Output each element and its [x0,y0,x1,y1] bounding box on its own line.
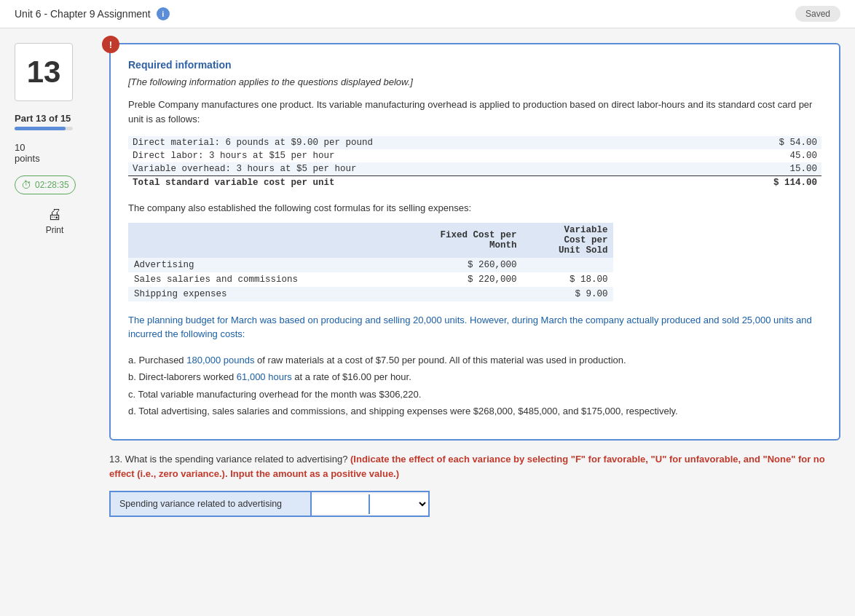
cost-item-b: b. Direct-laborers worked 61,000 hours a… [128,368,821,386]
progress-bar-container [15,127,73,130]
cost-item-a: a. Purchased 180,000 pounds of raw mater… [128,352,821,369]
selling-fixed-2: $ 220,000 [390,272,522,287]
cost-items-list: a. Purchased 180,000 pounds of raw mater… [128,352,821,420]
cost-row-3: Variable overhead: 3 hours at $5 per hou… [128,162,821,176]
cost-value-1: $ 54.00 [690,136,821,149]
cost-row-1: Direct material: 6 pounds at $9.00 per p… [128,136,821,149]
selling-row-salaries: Sales salaries and commissions $ 220,000… [128,272,613,287]
print-label: Print [46,225,64,235]
answer-row: Spending variance related to advertising… [109,491,430,517]
selling-table: Fixed Cost perMonth VariableCost perUnit… [128,223,613,301]
intro-paragraph: Preble Company manufactures one product.… [128,98,821,126]
selling-table-header-row: Fixed Cost perMonth VariableCost perUnit… [128,223,613,258]
cost-label-3: Variable overhead: 3 hours at $5 per hou… [128,162,690,176]
print-icon: 🖨 [47,206,62,223]
selling-col-variable: VariableCost perUnit Sold [522,223,613,258]
cost-value-2: 45.00 [690,149,821,162]
selling-row-shipping: Shipping expenses $ 9.00 [128,287,613,301]
cost-table: Direct material: 6 pounds at $9.00 per p… [128,136,821,189]
answer-label: Spending variance related to advertising [111,492,312,516]
italic-note: [The following information applies to th… [128,76,821,87]
print-button[interactable]: 🖨 Print [15,206,95,235]
selling-name-1: Advertising [128,258,390,272]
timer-value: 02:28:35 [35,180,69,190]
points-value: 10 [15,142,95,153]
page-title: Unit 6 - Chapter 9 Assignment [15,8,151,20]
selling-fixed-1: $ 260,000 [390,258,522,272]
selling-col-name [128,223,390,258]
points-section: 10 points [15,142,95,164]
main-layout: 13 Part 13 of 15 10 points ⏱ 02:28:35 🖨 … [0,28,855,612]
selling-variable-2: $ 18.00 [522,272,613,287]
selling-fixed-3 [390,287,522,301]
cost-row-2: Direct labor: 3 hours at $15 per hour 45… [128,149,821,162]
saved-badge: Saved [795,6,840,22]
content-area: ! Required information [The following in… [109,43,840,597]
cost-item-d: d. Total advertising, sales salaries and… [128,403,821,420]
planning-paragraph: The planning budget for March was based … [128,313,821,341]
progress-bar-fill [15,127,66,130]
cost-total-label: Total standard variable cost per unit [128,176,690,190]
question-number: 13 [27,55,61,90]
left-sidebar: 13 Part 13 of 15 10 points ⏱ 02:28:35 🖨 … [15,43,95,597]
page-header: Unit 6 - Chapter 9 Assignment i Saved [0,0,855,28]
cost-label-1: Direct material: 6 pounds at $9.00 per p… [128,136,690,149]
info-icon[interactable]: i [157,7,170,20]
cost-label-2: Direct labor: 3 hours at $15 per hour [128,149,690,162]
header-title-area: Unit 6 - Chapter 9 Assignment i [15,7,170,20]
part-label: Part 13 of 15 [15,113,95,124]
cost-value-3: 15.00 [690,162,821,176]
question-number-box: 13 [15,43,73,101]
answer-amount-input[interactable] [312,494,370,514]
selling-variable-1 [522,258,613,272]
selling-col-fixed: Fixed Cost perMonth [390,223,522,258]
selling-variable-3: $ 9.00 [522,287,613,301]
selling-expenses-intro: The company also established the followi… [128,201,821,216]
cost-item-c: c. Total variable manufacturing overhead… [128,386,821,403]
timer-box: ⏱ 02:28:35 [15,175,76,194]
timer-icon: ⏱ [21,179,31,191]
required-info-title: Required information [128,59,821,71]
answer-effect-select[interactable]: F U None [370,494,428,515]
points-label: points [15,153,95,164]
part-info: Part 13 of 15 [15,113,95,130]
info-card: ! Required information [The following in… [109,43,840,441]
selling-name-3: Shipping expenses [128,287,390,301]
cost-total-row: Total standard variable cost per unit $ … [128,176,821,190]
cost-total-value: $ 114.00 [690,176,821,190]
selling-row-advertising: Advertising $ 260,000 [128,258,613,272]
question-section: 13. What is the spending variance relate… [109,452,840,518]
selling-name-2: Sales salaries and commissions [128,272,390,287]
question-text: 13. What is the spending variance relate… [109,452,840,483]
info-badge: ! [102,36,119,53]
